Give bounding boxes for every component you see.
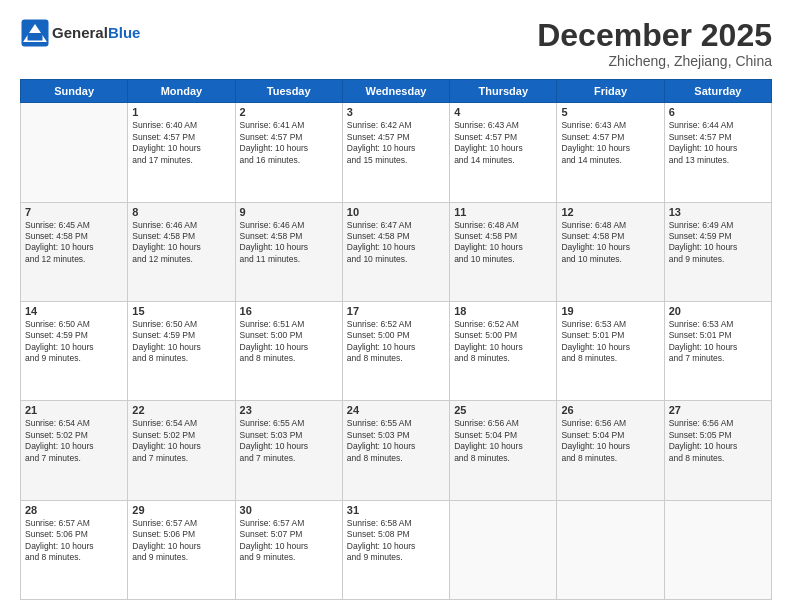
day-number: 19 (561, 305, 659, 317)
day-number: 12 (561, 206, 659, 218)
logo-blue: Blue (108, 24, 141, 41)
calendar-week-row: 21Sunrise: 6:54 AM Sunset: 5:02 PM Dayli… (21, 401, 772, 500)
day-info: Sunrise: 6:50 AM Sunset: 4:59 PM Dayligh… (25, 319, 123, 365)
day-number: 18 (454, 305, 552, 317)
table-row (450, 500, 557, 599)
day-number: 6 (669, 106, 767, 118)
header-sunday: Sunday (21, 80, 128, 103)
svg-rect-2 (28, 33, 43, 41)
logo-icon (20, 18, 50, 48)
day-info: Sunrise: 6:44 AM Sunset: 4:57 PM Dayligh… (669, 120, 767, 166)
day-number: 30 (240, 504, 338, 516)
day-info: Sunrise: 6:50 AM Sunset: 4:59 PM Dayligh… (132, 319, 230, 365)
day-number: 17 (347, 305, 445, 317)
logo: GeneralBlue (20, 18, 140, 48)
table-row: 25Sunrise: 6:56 AM Sunset: 5:04 PM Dayli… (450, 401, 557, 500)
day-info: Sunrise: 6:54 AM Sunset: 5:02 PM Dayligh… (25, 418, 123, 464)
day-number: 11 (454, 206, 552, 218)
day-info: Sunrise: 6:46 AM Sunset: 4:58 PM Dayligh… (240, 220, 338, 266)
day-info: Sunrise: 6:53 AM Sunset: 5:01 PM Dayligh… (669, 319, 767, 365)
day-number: 13 (669, 206, 767, 218)
day-info: Sunrise: 6:56 AM Sunset: 5:04 PM Dayligh… (561, 418, 659, 464)
table-row: 14Sunrise: 6:50 AM Sunset: 4:59 PM Dayli… (21, 301, 128, 400)
table-row: 16Sunrise: 6:51 AM Sunset: 5:00 PM Dayli… (235, 301, 342, 400)
day-number: 1 (132, 106, 230, 118)
day-number: 28 (25, 504, 123, 516)
day-number: 4 (454, 106, 552, 118)
day-number: 25 (454, 404, 552, 416)
day-number: 20 (669, 305, 767, 317)
day-number: 22 (132, 404, 230, 416)
month-title: December 2025 (537, 18, 772, 53)
day-number: 10 (347, 206, 445, 218)
table-row: 19Sunrise: 6:53 AM Sunset: 5:01 PM Dayli… (557, 301, 664, 400)
day-number: 2 (240, 106, 338, 118)
table-row (664, 500, 771, 599)
day-number: 24 (347, 404, 445, 416)
day-info: Sunrise: 6:41 AM Sunset: 4:57 PM Dayligh… (240, 120, 338, 166)
header: GeneralBlue December 2025 Zhicheng, Zhej… (20, 18, 772, 69)
day-info: Sunrise: 6:58 AM Sunset: 5:08 PM Dayligh… (347, 518, 445, 564)
table-row: 8Sunrise: 6:46 AM Sunset: 4:58 PM Daylig… (128, 202, 235, 301)
day-info: Sunrise: 6:55 AM Sunset: 5:03 PM Dayligh… (347, 418, 445, 464)
day-info: Sunrise: 6:52 AM Sunset: 5:00 PM Dayligh… (454, 319, 552, 365)
table-row: 22Sunrise: 6:54 AM Sunset: 5:02 PM Dayli… (128, 401, 235, 500)
table-row: 26Sunrise: 6:56 AM Sunset: 5:04 PM Dayli… (557, 401, 664, 500)
header-monday: Monday (128, 80, 235, 103)
table-row: 21Sunrise: 6:54 AM Sunset: 5:02 PM Dayli… (21, 401, 128, 500)
day-number: 5 (561, 106, 659, 118)
header-wednesday: Wednesday (342, 80, 449, 103)
table-row: 9Sunrise: 6:46 AM Sunset: 4:58 PM Daylig… (235, 202, 342, 301)
day-info: Sunrise: 6:42 AM Sunset: 4:57 PM Dayligh… (347, 120, 445, 166)
day-number: 26 (561, 404, 659, 416)
header-saturday: Saturday (664, 80, 771, 103)
table-row (557, 500, 664, 599)
days-header-row: Sunday Monday Tuesday Wednesday Thursday… (21, 80, 772, 103)
day-info: Sunrise: 6:49 AM Sunset: 4:59 PM Dayligh… (669, 220, 767, 266)
table-row: 20Sunrise: 6:53 AM Sunset: 5:01 PM Dayli… (664, 301, 771, 400)
title-block: December 2025 Zhicheng, Zhejiang, China (537, 18, 772, 69)
day-info: Sunrise: 6:52 AM Sunset: 5:00 PM Dayligh… (347, 319, 445, 365)
day-number: 21 (25, 404, 123, 416)
day-info: Sunrise: 6:56 AM Sunset: 5:05 PM Dayligh… (669, 418, 767, 464)
day-info: Sunrise: 6:57 AM Sunset: 5:07 PM Dayligh… (240, 518, 338, 564)
day-info: Sunrise: 6:51 AM Sunset: 5:00 PM Dayligh… (240, 319, 338, 365)
table-row: 15Sunrise: 6:50 AM Sunset: 4:59 PM Dayli… (128, 301, 235, 400)
table-row: 30Sunrise: 6:57 AM Sunset: 5:07 PM Dayli… (235, 500, 342, 599)
table-row: 18Sunrise: 6:52 AM Sunset: 5:00 PM Dayli… (450, 301, 557, 400)
table-row: 10Sunrise: 6:47 AM Sunset: 4:58 PM Dayli… (342, 202, 449, 301)
location: Zhicheng, Zhejiang, China (537, 53, 772, 69)
day-info: Sunrise: 6:53 AM Sunset: 5:01 PM Dayligh… (561, 319, 659, 365)
day-number: 7 (25, 206, 123, 218)
table-row: 13Sunrise: 6:49 AM Sunset: 4:59 PM Dayli… (664, 202, 771, 301)
day-number: 29 (132, 504, 230, 516)
day-number: 15 (132, 305, 230, 317)
day-number: 3 (347, 106, 445, 118)
table-row: 29Sunrise: 6:57 AM Sunset: 5:06 PM Dayli… (128, 500, 235, 599)
table-row: 31Sunrise: 6:58 AM Sunset: 5:08 PM Dayli… (342, 500, 449, 599)
table-row: 28Sunrise: 6:57 AM Sunset: 5:06 PM Dayli… (21, 500, 128, 599)
day-number: 8 (132, 206, 230, 218)
table-row: 6Sunrise: 6:44 AM Sunset: 4:57 PM Daylig… (664, 103, 771, 202)
day-info: Sunrise: 6:56 AM Sunset: 5:04 PM Dayligh… (454, 418, 552, 464)
table-row (21, 103, 128, 202)
day-number: 9 (240, 206, 338, 218)
day-info: Sunrise: 6:43 AM Sunset: 4:57 PM Dayligh… (561, 120, 659, 166)
day-number: 27 (669, 404, 767, 416)
table-row: 23Sunrise: 6:55 AM Sunset: 5:03 PM Dayli… (235, 401, 342, 500)
table-row: 5Sunrise: 6:43 AM Sunset: 4:57 PM Daylig… (557, 103, 664, 202)
day-info: Sunrise: 6:47 AM Sunset: 4:58 PM Dayligh… (347, 220, 445, 266)
day-info: Sunrise: 6:40 AM Sunset: 4:57 PM Dayligh… (132, 120, 230, 166)
table-row: 4Sunrise: 6:43 AM Sunset: 4:57 PM Daylig… (450, 103, 557, 202)
table-row: 2Sunrise: 6:41 AM Sunset: 4:57 PM Daylig… (235, 103, 342, 202)
table-row: 17Sunrise: 6:52 AM Sunset: 5:00 PM Dayli… (342, 301, 449, 400)
table-row: 3Sunrise: 6:42 AM Sunset: 4:57 PM Daylig… (342, 103, 449, 202)
day-number: 16 (240, 305, 338, 317)
header-tuesday: Tuesday (235, 80, 342, 103)
day-info: Sunrise: 6:43 AM Sunset: 4:57 PM Dayligh… (454, 120, 552, 166)
table-row: 27Sunrise: 6:56 AM Sunset: 5:05 PM Dayli… (664, 401, 771, 500)
table-row: 1Sunrise: 6:40 AM Sunset: 4:57 PM Daylig… (128, 103, 235, 202)
calendar-page: GeneralBlue December 2025 Zhicheng, Zhej… (0, 0, 792, 612)
day-number: 14 (25, 305, 123, 317)
table-row: 7Sunrise: 6:45 AM Sunset: 4:58 PM Daylig… (21, 202, 128, 301)
